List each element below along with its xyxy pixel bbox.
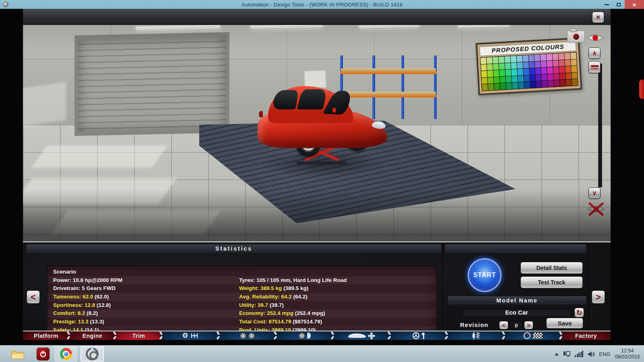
colour-swatch [516,56,522,62]
maximize-button[interactable] [613,0,625,9]
colour-swatch [529,68,535,74]
colour-swatch [535,54,541,61]
folder-icon [11,349,25,360]
tab-body-cooling[interactable] [333,331,390,340]
scroll-up-button[interactable]: ∧ [588,47,601,59]
colour-swatch [559,60,565,66]
colour-swatch [554,80,560,86]
network-signal-icon[interactable] [575,351,583,357]
sunlight-floor-patch [23,178,177,204]
language-indicator[interactable]: ENG [599,351,610,357]
taskbar-file-explorer[interactable] [10,346,26,362]
stats-column-left: Scenario Power: 10.8 hp@2000 RPM Drivetr… [53,268,234,335]
colour-swatch [522,55,528,62]
car-mirror [332,108,336,113]
save-button[interactable]: Save [546,318,583,329]
tab-wheels[interactable] [219,331,276,340]
brake-pad-icon [307,333,311,339]
colour-swatch [493,70,499,76]
tab-gearbox[interactable]: ⚙ [162,331,219,340]
colour-swatch [524,82,530,88]
colour-swatch [542,81,548,87]
power-icon [39,350,47,358]
colour-swatch [547,60,553,67]
garage-viewport[interactable]: PROPOSED COLOURS ∧ ∨ [23,25,611,241]
brake-disc-icon [299,333,305,339]
stat-row: Power: 10.8 hp@2000 RPM [53,276,234,285]
tab-engine[interactable]: Engine [69,331,116,340]
taskbar-power-app[interactable] [36,347,50,361]
system-tray: ENG 12:54 08/02/2015 [555,346,642,362]
tab-interior-controls[interactable] [390,331,447,340]
stats-prev-button[interactable]: < [27,290,40,304]
tab-trim-active[interactable]: Trim [116,331,162,340]
tab-testing[interactable] [504,331,561,340]
colour-swatch [530,82,536,88]
colour-swatch [536,74,542,81]
tab-factory[interactable]: Factory [561,331,611,340]
revision-prev-button[interactable]: < [499,321,508,329]
colour-swatch [565,60,571,66]
colour-swatch [488,84,494,90]
show-hidden-icons[interactable] [555,353,559,356]
start-engine-button[interactable]: START [468,258,502,292]
colour-swatch [493,64,499,70]
colour-swatch [553,60,559,66]
scrollbar-track[interactable] [598,64,602,187]
scrollbar-handle[interactable] [588,61,601,73]
colour-swatch [553,67,559,73]
volume-icon[interactable] [588,351,594,357]
fan-icon [368,332,375,339]
suspension-shock-icon [471,332,480,339]
stat-row: Economy: 252.4 mpg (252.4 mpg) [239,309,436,318]
colour-swatch [512,76,518,82]
colour-swatch [498,56,504,63]
colour-swatch [559,66,565,73]
colour-swatch [541,54,547,61]
taskbar-automation-active[interactable] [80,346,104,362]
colour-swatch [564,53,570,59]
colour-swatch [530,75,536,81]
colour-swatch [542,74,548,80]
colour-swatch [499,63,505,70]
colour-swatch [560,80,566,86]
model-name-input[interactable]: Eco Car [462,308,572,317]
design-tabs-bar: Platform Engine Trim ⚙ [23,331,611,340]
panel-divider [23,241,611,243]
tab-platform[interactable]: Platform [23,331,69,340]
statistics-header: Statistics [26,244,442,253]
colour-swatch [487,70,493,77]
scroll-down-button[interactable]: ∨ [588,187,601,199]
taskbar-clock[interactable]: 12:54 08/02/2015 [615,348,642,360]
revision-next-button[interactable]: > [524,321,533,329]
right-panel-header [445,244,586,253]
red-car-model[interactable] [258,84,387,165]
close-window-button[interactable]: × [625,0,644,9]
colour-swatch [535,68,541,74]
screenshot-camera-button[interactable] [567,31,585,43]
checkered-flag-icon [533,333,543,339]
stat-row: Utility: 39.7 (39.7) [239,301,436,310]
stats-next-button[interactable]: > [592,290,605,304]
minimize-button[interactable] [601,0,613,9]
sunlight-wall-patch [23,82,66,127]
tab-suspension[interactable] [447,331,504,340]
game-close-button[interactable]: × [592,12,604,23]
colour-swatch [547,67,553,74]
handle-grip [591,68,599,69]
colour-swatch [492,57,498,63]
camera-lens [572,33,580,41]
colour-swatch [566,73,572,79]
colour-swatch [547,74,553,80]
visibility-eye-button[interactable] [586,32,604,43]
colour-swatch [523,62,529,68]
wheel-icon [248,333,255,339]
taskbar-chrome[interactable] [55,346,77,362]
device-icon[interactable] [563,351,570,357]
colour-swatch [535,61,541,68]
hide-ui-crossed-eye-button[interactable] [586,202,606,216]
test-track-button[interactable]: Test Track [520,276,583,288]
tab-brakes[interactable] [276,331,333,340]
refresh-name-button[interactable]: ↻ [574,308,584,317]
detail-stats-button[interactable]: Detail Stats [520,262,583,274]
